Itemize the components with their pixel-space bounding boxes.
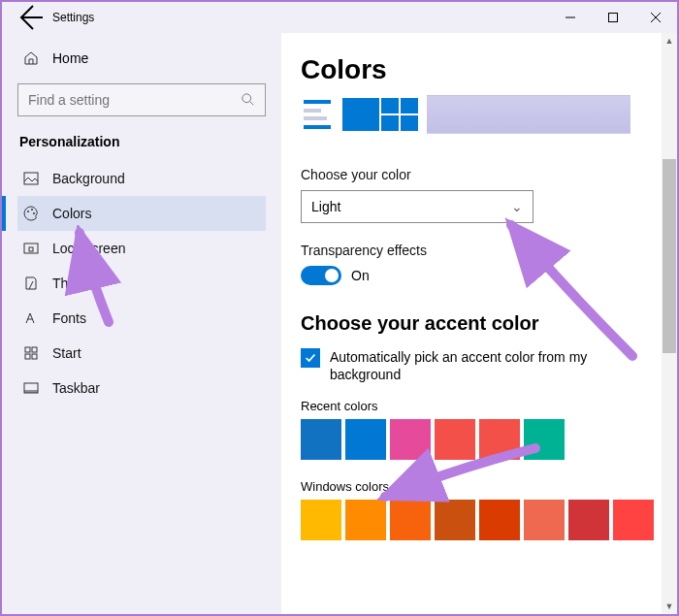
- transparency-label: Transparency effects: [301, 243, 658, 258]
- color-swatch[interactable]: [390, 419, 431, 460]
- preview-list-tile[interactable]: [301, 95, 334, 134]
- sidebar-item-colors[interactable]: Colors: [17, 196, 266, 231]
- color-swatch[interactable]: [479, 419, 520, 460]
- svg-rect-9: [32, 347, 37, 352]
- svg-rect-10: [25, 354, 30, 359]
- sidebar-home-label: Home: [52, 50, 88, 66]
- color-swatch[interactable]: [435, 500, 475, 540]
- color-swatch[interactable]: [301, 500, 341, 540]
- svg-point-3: [27, 211, 29, 212]
- transparency-toggle[interactable]: [301, 266, 341, 285]
- nav-label: Themes: [52, 276, 102, 291]
- start-icon: [23, 345, 39, 361]
- taskbar-icon: [23, 380, 39, 396]
- color-swatch[interactable]: [613, 500, 654, 540]
- svg-rect-0: [609, 14, 618, 22]
- svg-point-5: [33, 212, 35, 214]
- sidebar-item-taskbar[interactable]: Taskbar: [17, 371, 266, 405]
- accent-heading: Choose your accent color: [301, 312, 658, 335]
- windows-colors-row: [301, 500, 658, 540]
- auto-accent-checkbox[interactable]: [301, 348, 320, 368]
- scroll-down-icon[interactable]: ▼: [662, 599, 677, 614]
- palette-icon: [23, 206, 39, 221]
- back-button[interactable]: [14, 2, 45, 33]
- checkmark-icon: [304, 351, 317, 365]
- search-input-container[interactable]: [17, 83, 266, 116]
- color-swatch[interactable]: [524, 419, 565, 460]
- nav-label: Taskbar: [52, 380, 100, 396]
- svg-rect-11: [32, 354, 37, 359]
- arrow-left-icon: [14, 2, 45, 33]
- home-icon: [23, 50, 39, 66]
- recent-colors-row: [301, 419, 658, 460]
- choose-color-dropdown[interactable]: Light ⌄: [301, 190, 534, 223]
- chevron-down-icon: ⌄: [511, 199, 523, 214]
- transparency-state: On: [351, 268, 370, 283]
- auto-accent-label: Automatically pick an accent color from …: [330, 348, 630, 383]
- search-input[interactable]: [28, 92, 242, 108]
- color-swatch[interactable]: [301, 419, 341, 460]
- sidebar: Home Personalization Background Colors L…: [2, 33, 281, 614]
- sidebar-home[interactable]: Home: [17, 41, 266, 76]
- nav-label: Fonts: [52, 310, 86, 326]
- color-swatch[interactable]: [345, 500, 386, 540]
- color-swatch[interactable]: [568, 500, 609, 540]
- sidebar-item-fonts[interactable]: Fonts: [17, 301, 266, 336]
- scrollbar[interactable]: ▲ ▼: [662, 33, 677, 614]
- preview-desktop-tile[interactable]: [427, 95, 630, 134]
- svg-rect-2: [24, 173, 38, 184]
- color-swatch[interactable]: [524, 500, 565, 540]
- nav-label: Lock screen: [52, 241, 125, 256]
- scroll-up-icon[interactable]: ▲: [662, 33, 677, 49]
- titlebar: Settings: [2, 2, 677, 33]
- sidebar-item-background[interactable]: Background: [17, 161, 266, 196]
- search-icon: [242, 93, 255, 107]
- svg-rect-13: [24, 390, 38, 393]
- svg-rect-8: [25, 347, 30, 352]
- sidebar-item-start[interactable]: Start: [17, 336, 266, 371]
- color-swatch[interactable]: [435, 419, 475, 460]
- preview-start-tile[interactable]: [340, 95, 421, 134]
- window-title: Settings: [52, 11, 94, 24]
- themes-icon: [23, 276, 39, 291]
- color-swatch[interactable]: [390, 500, 431, 540]
- scrollbar-thumb[interactable]: [663, 159, 676, 353]
- sidebar-item-lock-screen[interactable]: Lock screen: [17, 231, 266, 266]
- svg-point-4: [31, 209, 33, 211]
- sidebar-item-themes[interactable]: Themes: [17, 266, 266, 301]
- main-content: Colors Choose your color Light ⌄ Transpa…: [281, 33, 677, 614]
- windows-colors-label: Windows colors: [301, 479, 658, 494]
- nav-label: Start: [52, 345, 81, 361]
- sidebar-category: Personalization: [17, 128, 266, 161]
- close-button[interactable]: [634, 2, 677, 33]
- fonts-icon: [23, 310, 39, 326]
- svg-point-1: [242, 94, 251, 103]
- page-heading: Colors: [301, 54, 658, 85]
- color-swatch[interactable]: [479, 500, 520, 540]
- color-swatch[interactable]: [345, 419, 386, 460]
- minimize-button[interactable]: [549, 2, 592, 33]
- dropdown-value: Light: [311, 199, 340, 214]
- color-preview-strip: [301, 95, 658, 134]
- window-controls: [549, 2, 677, 33]
- recent-colors-label: Recent colors: [301, 399, 658, 413]
- nav-label: Colors: [52, 206, 91, 221]
- choose-color-label: Choose your color: [301, 167, 658, 182]
- maximize-button[interactable]: [592, 2, 634, 33]
- svg-rect-7: [29, 247, 33, 251]
- picture-icon: [23, 171, 39, 186]
- nav-label: Background: [52, 171, 125, 186]
- lock-screen-icon: [23, 241, 39, 256]
